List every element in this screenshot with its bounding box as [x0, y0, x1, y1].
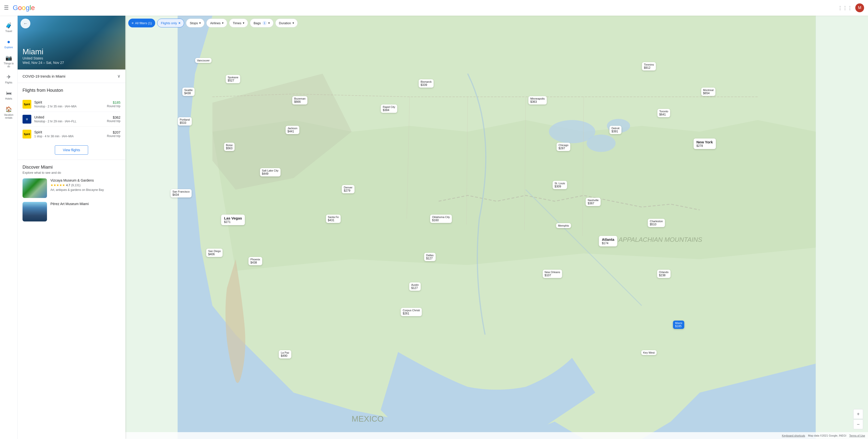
price-bubble-minneapolis[interactable]: Minneapolis$363	[528, 96, 547, 104]
price-bubble-toronto[interactable]: Toronto$641	[657, 109, 670, 117]
terms-link[interactable]: Terms of Use	[849, 434, 865, 437]
price-bubble-charleston[interactable]: Charleston$510	[648, 219, 665, 227]
city-label-31: Toronto	[659, 110, 668, 113]
flight-price-2: $207 Round trip	[107, 130, 120, 138]
price-bubble-orlando[interactable]: Orlando$238	[657, 270, 671, 278]
airlines-filter-button[interactable]: Airlines ▾	[206, 19, 227, 27]
price-bubble-nashville[interactable]: Nashville$367	[586, 198, 601, 206]
city-label-29: Miami	[675, 321, 682, 324]
flights-only-button[interactable]: Flights only ×	[157, 19, 184, 27]
city-label-4: Boise	[226, 144, 233, 147]
price-bubble-st-louis[interactable]: St. Louis$309	[553, 181, 567, 189]
avatar[interactable]: M	[855, 3, 864, 12]
price-bubble-san-diego[interactable]: San Diego$406	[206, 249, 222, 257]
sidebar-label-explore: Explore	[5, 46, 13, 49]
price-bubble-denver[interactable]: Denver$279	[342, 185, 354, 193]
price-bubble-memphis[interactable]: Memphis	[556, 223, 571, 228]
times-filter-button[interactable]: Times ▾	[229, 19, 248, 27]
keyboard-shortcuts-link[interactable]: Keyboard shortcuts	[782, 434, 805, 437]
city-label-33: New York	[696, 140, 713, 144]
flight-price-type-2: Round trip	[107, 134, 120, 138]
price-label-26: $391	[612, 130, 619, 133]
svg-text:APPALACHIAN MOUNTAINS: APPALACHIAN MOUNTAINS	[618, 236, 703, 243]
zoom-out-button[interactable]: −	[853, 419, 863, 429]
price-bubble-austin[interactable]: Austin$127	[409, 282, 421, 291]
sidebar-label-flights: Flights	[5, 81, 12, 84]
city-label-7: Salt Lake City	[262, 169, 279, 172]
sidebar-item-travel[interactable]: 🧳 Travel	[0, 20, 18, 36]
flight-details-0: Nonstop · 2 hr 35 min · IAH–MIA	[34, 105, 107, 108]
price-label-12: $271	[224, 220, 242, 224]
price-bubble-corpus-christi[interactable]: Corpus Christi$261	[401, 308, 422, 316]
city-label-9: Bismarck	[421, 80, 432, 83]
price-bubble-phoenix[interactable]: Phoenix$438	[248, 257, 262, 265]
svg-point-2	[587, 134, 615, 152]
apps-icon[interactable]: ⋮⋮⋮	[838, 5, 852, 11]
price-label-6: $441	[287, 130, 297, 133]
price-bubble-seattle[interactable]: Seattle$438	[182, 88, 195, 96]
attraction-vizcaya[interactable]: Vizcaya Museum & Gardens ★★★★★ 4.7 (9,13…	[23, 178, 120, 198]
price-label-25: $367	[588, 201, 599, 205]
price-label-5: $666	[294, 100, 306, 103]
view-flights-button[interactable]: View flights	[55, 145, 88, 155]
sidebar-item-flights[interactable]: ✈ Flights	[0, 71, 18, 87]
price-bubble-la-paz[interactable]: La Paz$490	[279, 350, 291, 358]
city-label-6: Jackson	[287, 127, 297, 130]
price-bubble-oklahoma-city[interactable]: Oklahoma City$160	[430, 215, 452, 223]
price-bubble-dallas[interactable]: Dallas$127	[424, 253, 436, 261]
menu-icon[interactable]: ☰	[4, 5, 9, 11]
filter-icon: ≡	[132, 21, 134, 25]
flight-airline-1: United	[34, 115, 107, 119]
times-label: Times	[233, 21, 241, 25]
price-bubble-salt-lake-city[interactable]: Salt Lake City$449	[260, 168, 281, 177]
duration-filter-button[interactable]: Duration ▾	[275, 19, 298, 27]
flight-card-0[interactable]: Spirit Spirit Nonstop · 2 hr 35 min · IA…	[23, 97, 120, 112]
price-bubble-rapid-city[interactable]: Rapid City$384	[381, 104, 397, 113]
sidebar-item-explore[interactable]: ● Explore	[0, 36, 18, 52]
flight-card-1[interactable]: U United Nonstop · 2 hr 29 min · IAH–FLL…	[23, 112, 120, 127]
sidebar-item-things[interactable]: 📷 Things to do	[0, 52, 18, 71]
bags-filter-button[interactable]: Bags 1 ▾	[250, 19, 273, 27]
sidebar-item-hotels[interactable]: 🛏 Hotels	[0, 87, 18, 103]
price-bubble-san-francisco[interactable]: San Francisco$434	[170, 189, 191, 197]
city-label-28: Orlando	[659, 271, 669, 274]
price-bubble-las-vegas[interactable]: Las Vegas$271	[221, 215, 245, 225]
flight-card-2[interactable]: Spirit Spirit 1 stop · 4 hr 38 min · IAH…	[23, 127, 120, 142]
price-label-1: $527	[228, 79, 238, 82]
price-bubble-detroit[interactable]: Detroit$391	[610, 126, 621, 134]
spirit-logo-0: Spirit	[23, 100, 31, 108]
price-bubble-miami[interactable]: Miami$185	[673, 320, 684, 329]
price-bubble-key-west[interactable]: Key West	[641, 350, 657, 355]
covid-section[interactable]: COVID-19 trends in Miami ∨	[18, 69, 125, 83]
price-bubble-vancouver[interactable]: Vancouver	[195, 58, 212, 63]
price-bubble-timmins[interactable]: Timmins$912	[642, 62, 656, 70]
all-filters-button[interactable]: ≡ All filters (1)	[128, 19, 155, 27]
city-label-2: Vancouver	[197, 59, 210, 62]
map-area[interactable]: APPALACHIAN MOUNTAINS MEXICO ≡ All filte…	[125, 15, 868, 439]
price-bubble-atlanta[interactable]: Atlanta$174	[599, 236, 617, 246]
city-label-18: Austin	[411, 283, 419, 286]
bags-chevron-icon: ▾	[268, 21, 270, 25]
attraction-perez[interactable]: Pérez Art Museum Miami	[23, 202, 120, 221]
price-bubble-jackson[interactable]: Jackson$441	[285, 126, 299, 134]
hero-image: ← Miami United States Wed, Nov 24 – Sat,…	[18, 15, 125, 69]
sidebar-item-vacation[interactable]: 🏠 Vacation rentals	[0, 103, 18, 122]
back-button[interactable]: ←	[21, 19, 30, 28]
price-bubble-new-york[interactable]: New York$278	[693, 138, 716, 149]
price-bubble-boise[interactable]: Boise$563	[224, 143, 235, 151]
price-bubble-portland[interactable]: Portland$533	[178, 117, 192, 126]
stops-filter-button[interactable]: Stops ▾	[186, 19, 205, 27]
price-bubble-new-orleans[interactable]: New Orleans$107	[543, 270, 562, 278]
price-bubble-chicago[interactable]: Chicago$287	[557, 143, 570, 151]
price-bubble-bismarck[interactable]: Bismarck$339	[418, 79, 434, 88]
city-label-15: Santa Fe	[328, 216, 339, 219]
price-bubble-bozeman[interactable]: Bozeman$666	[292, 96, 307, 104]
flights-only-close-icon[interactable]: ×	[179, 21, 180, 25]
price-bubble-spokane[interactable]: Spokane$527	[226, 75, 240, 83]
price-label-0: $438	[184, 92, 193, 95]
price-bubble-montreal[interactable]: Montreal$654	[701, 88, 715, 96]
flight-price-1: $362 Round trip	[107, 116, 120, 123]
zoom-in-button[interactable]: +	[853, 409, 863, 419]
camera-icon: 📷	[5, 55, 12, 61]
price-bubble-santa-fe[interactable]: Santa Fe$431	[326, 215, 341, 223]
